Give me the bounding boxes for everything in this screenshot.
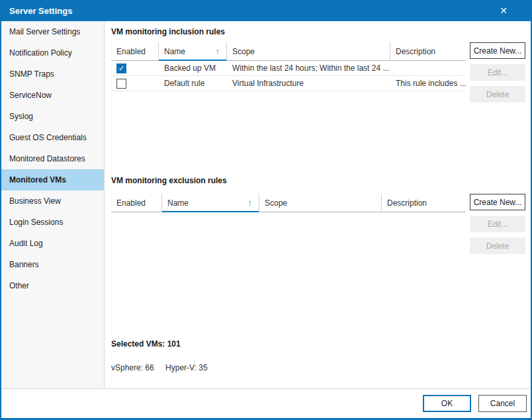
column-header-name[interactable]: Name ↑ <box>162 194 259 212</box>
inclusion-edit-button[interactable]: Edit... <box>470 64 525 81</box>
rule-scope: Virtual Infrastructure <box>227 76 390 91</box>
sidebar-item-monitored-vms[interactable]: Monitored VMs <box>1 169 104 190</box>
sidebar-item-mail-server-settings[interactable]: Mail Server Settings <box>1 21 104 42</box>
exclusion-edit-button[interactable]: Edit... <box>470 216 525 232</box>
rule-name: Default rule <box>159 76 227 91</box>
table-header: Enabled Name ↑ Scope Description <box>111 42 466 61</box>
sidebar-item-banners[interactable]: Banners <box>1 254 104 275</box>
table-header: Enabled Name ↑ Scope Description <box>111 194 466 212</box>
column-header-description[interactable]: Description <box>382 194 466 212</box>
dialog-footer: OK Cancel <box>1 388 531 418</box>
inclusion-buttons: Create New... Edit... Delete <box>470 42 525 103</box>
exclusion-delete-button[interactable]: Delete <box>470 237 525 254</box>
titlebar: Server Settings ✕ <box>1 0 531 21</box>
sidebar: Mail Server SettingsNotification PolicyS… <box>1 21 105 388</box>
cancel-button[interactable]: Cancel <box>478 395 527 412</box>
inclusion-rules-heading: VM monitoring inclusion rules <box>111 27 525 37</box>
column-header-description[interactable]: Description <box>390 42 466 60</box>
checkbox-checked[interactable]: ✓ <box>116 63 126 73</box>
inclusion-rules-table: Enabled Name ↑ Scope Description ✓Backed… <box>111 42 466 103</box>
column-header-scope[interactable]: Scope <box>259 194 382 212</box>
sidebar-item-syslog[interactable]: Syslog <box>1 106 104 127</box>
vsphere-count: vSphere: 66 <box>111 363 154 372</box>
column-header-name-label: Name <box>167 198 189 208</box>
selected-vms-count: Selected VMs: 101 <box>111 339 525 349</box>
exclusion-rules-table: Enabled Name ↑ Scope Description <box>111 194 466 254</box>
sidebar-item-business-view[interactable]: Business View <box>1 190 104 212</box>
inclusion-delete-button[interactable]: Delete <box>470 86 525 103</box>
sidebar-item-snmp-traps[interactable]: SNMP Traps <box>1 63 104 85</box>
close-icon[interactable]: ✕ <box>494 0 513 21</box>
inclusion-rows: ✓Backed up VMWithin the last 24 hours; W… <box>111 61 466 91</box>
rule-description: This rule includes ... <box>390 76 466 91</box>
server-settings-dialog: Server Settings ✕ Mail Server SettingsNo… <box>0 0 532 420</box>
platform-counts: vSphere: 66 Hyper-V: 35 <box>111 363 525 373</box>
table-row[interactable]: Default ruleVirtual InfrastructureThis r… <box>111 76 466 91</box>
sidebar-item-login-sessions[interactable]: Login Sessions <box>1 212 104 233</box>
sidebar-item-audit-log[interactable]: Audit Log <box>1 233 104 254</box>
window-title: Server Settings <box>1 6 72 16</box>
sort-ascending-icon: ↑ <box>216 46 220 56</box>
column-header-enabled[interactable]: Enabled <box>111 42 159 60</box>
checkbox-unchecked[interactable] <box>116 79 126 89</box>
rule-scope: Within the last 24 hours; Within the las… <box>227 61 390 75</box>
column-header-enabled[interactable]: Enabled <box>111 194 162 212</box>
inclusion-create-new-button[interactable]: Create New... <box>470 42 525 59</box>
ok-button[interactable]: OK <box>423 395 471 412</box>
hyperv-count: Hyper-V: 35 <box>165 363 208 372</box>
exclusion-buttons: Create New... Edit... Delete <box>470 194 525 254</box>
sidebar-item-guest-os-credentials[interactable]: Guest OS Credentials <box>1 127 104 148</box>
exclusion-rules-heading: VM monitoring exclusion rules <box>111 176 525 186</box>
sidebar-item-servicenow[interactable]: ServiceNow <box>1 85 104 106</box>
sidebar-item-other[interactable]: Other <box>1 275 104 296</box>
sort-ascending-icon: ↑ <box>248 198 253 208</box>
sidebar-item-notification-policy[interactable]: Notification Policy <box>1 42 104 63</box>
content-pane: VM monitoring inclusion rules Enabled Na… <box>105 21 531 388</box>
column-header-name-label: Name <box>164 47 185 56</box>
table-row[interactable]: ✓Backed up VMWithin the last 24 hours; W… <box>111 61 466 76</box>
rule-description <box>390 61 466 75</box>
column-header-name[interactable]: Name ↑ <box>159 42 227 60</box>
column-header-scope[interactable]: Scope <box>227 42 390 60</box>
sidebar-item-monitored-datastores[interactable]: Monitored Datastores <box>1 148 104 169</box>
rule-name: Backed up VM <box>159 61 227 75</box>
exclusion-create-new-button[interactable]: Create New... <box>470 194 525 210</box>
